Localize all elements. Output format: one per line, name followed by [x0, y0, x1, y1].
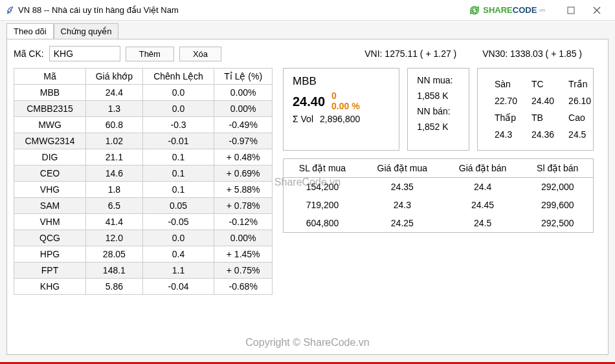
h-tran: Trần — [562, 76, 598, 92]
detail-box-price: MBB 24.40 0 0.00 % Σ Vol 2,896,800 — [283, 68, 399, 151]
nn-ban-value: 1,852 K — [417, 122, 460, 132]
watchlist-table: Mã Giá khớp Chênh Lệch Tỉ Lệ (%) MBB24.4… — [14, 68, 273, 295]
indices: VNI: 1275.11 ( + 1.27 ) VN30: 1338.03 ( … — [364, 48, 582, 59]
nn-ban-label: NN bán: — [417, 106, 460, 116]
cell-chenh: 0.0 — [142, 230, 214, 246]
cell-chenh: 0.0 — [142, 85, 214, 101]
cell-gb: 24.4 — [443, 178, 522, 197]
cell-tile: + 0.75% — [214, 262, 273, 279]
table-row[interactable]: MBB24.40.00.00% — [14, 85, 273, 101]
cell-ma: FPT — [14, 262, 86, 279]
col-slm: SL đặt mua — [284, 159, 361, 178]
table-row[interactable]: VHM41.4-0.05-0.12% — [14, 214, 273, 230]
cell-gia: 1.02 — [86, 133, 143, 149]
h-cao: Cao — [562, 110, 598, 125]
table-row[interactable]: VHG1.80.1+ 5.88% — [14, 182, 273, 198]
cell-tile: + 5.88% — [214, 182, 273, 198]
cell-gm: 24.25 — [361, 214, 443, 232]
table-row[interactable]: QCG12.00.00.00% — [14, 230, 273, 246]
window-title: VN 88 -- Nhà cái uy tín hàng đầu Việt Na… — [18, 5, 179, 15]
v-tc: 24.40 — [525, 93, 561, 109]
titlebar: VN 88 -- Nhà cái uy tín hàng đầu Việt Na… — [0, 0, 615, 21]
table-row: 604,80024.2524.5292,500 — [284, 214, 593, 232]
table-row[interactable]: SAM6.50.05+ 0.78% — [14, 198, 273, 214]
cell-slm: 154,200 — [284, 178, 361, 197]
col-ma: Mã — [14, 69, 86, 85]
col-tile: Tỉ Lệ (%) — [214, 69, 273, 85]
orderbook-table: SL đặt mua Giá đặt mua Giá đặt bán Sl đặ… — [283, 158, 594, 233]
table-row[interactable]: HPG28.050.4+ 1.45% — [14, 246, 273, 262]
add-button[interactable]: Thêm — [126, 47, 174, 61]
cell-ma: CEO — [14, 166, 86, 182]
vol-value: 2,896,800 — [320, 114, 360, 124]
table-row[interactable]: CMBB23151.30.00.00% — [14, 101, 273, 117]
tab-theodoi[interactable]: Theo dõi — [6, 23, 54, 39]
cell-tile: -0.68% — [214, 279, 273, 295]
cell-ma: CMWG2314 — [14, 133, 86, 149]
delete-button[interactable]: Xóa — [179, 47, 221, 61]
app-icon — [5, 6, 14, 15]
col-gia: Giá khớp — [86, 69, 143, 85]
v-tran: 26.10 — [562, 93, 598, 109]
cell-ma: CMBB2315 — [14, 101, 86, 117]
v-thap: 24.3 — [488, 127, 524, 142]
cell-ma: KHG — [14, 279, 86, 295]
detail-symbol: MBB — [293, 75, 390, 88]
cell-gia: 14.6 — [86, 166, 143, 182]
cell-gia: 41.4 — [86, 214, 143, 230]
tab-content: Mã CK: Thêm Xóa VNI: 1275.11 ( + 1.27 ) … — [6, 39, 609, 355]
tab-chungquyen[interactable]: Chứng quyền — [54, 23, 119, 39]
svg-rect-0 — [568, 7, 574, 14]
cell-ma: SAM — [14, 198, 86, 214]
maximize-button[interactable] — [558, 1, 584, 19]
cell-chenh: -0.04 — [142, 279, 214, 295]
table-row[interactable]: MWG60.8-0.3-0.49% — [14, 117, 273, 133]
cell-gia: 21.1 — [86, 149, 143, 166]
cell-slb: 292,000 — [522, 178, 593, 197]
cell-gia: 28.05 — [86, 246, 143, 262]
cell-chenh: 0.1 — [142, 182, 214, 198]
cell-gia: 1.3 — [86, 101, 143, 117]
table-row[interactable]: CEO14.60.1+ 0.69% — [14, 166, 273, 182]
brand-logo: SHARECODE.vn — [469, 5, 545, 16]
table-row[interactable]: FPT148.11.1+ 0.75% — [14, 262, 273, 279]
table-row[interactable]: DIG21.10.1+ 0.48% — [14, 149, 273, 166]
cell-tile: + 0.78% — [214, 198, 273, 214]
vn30-index: VN30: 1338.03 ( + 1.85 ) — [482, 48, 582, 59]
cell-slb: 292,500 — [522, 214, 593, 232]
symbol-input[interactable] — [49, 46, 120, 61]
table-row[interactable]: KHG5.86-0.04-0.68% — [14, 279, 273, 295]
col-slb: Sl đặt bán — [522, 159, 593, 178]
close-button[interactable] — [584, 1, 610, 19]
nn-mua-value: 1,858 K — [417, 91, 460, 101]
cell-ma: HPG — [14, 246, 86, 262]
cell-ma: VHG — [14, 182, 86, 198]
cell-ma: MBB — [14, 85, 86, 101]
cell-tile: -0.12% — [214, 214, 273, 230]
table-row[interactable]: CMWG23141.02-0.01-0.97% — [14, 133, 273, 149]
h-tc: TC — [525, 76, 561, 92]
cell-gb: 24.45 — [443, 196, 522, 214]
cell-chenh: 0.05 — [142, 198, 214, 214]
cell-chenh: 0.0 — [142, 101, 214, 117]
cell-gia: 24.4 — [86, 85, 143, 101]
col-chenh: Chênh Lệch — [142, 69, 214, 85]
table-header-row: Mã Giá khớp Chênh Lệch Tỉ Lệ (%) — [14, 69, 273, 85]
cell-gia: 148.1 — [86, 262, 143, 279]
cell-chenh: 0.1 — [142, 166, 214, 182]
cell-tile: 0.00% — [214, 85, 273, 101]
cell-tile: + 0.69% — [214, 166, 273, 182]
cell-slb: 299,600 — [522, 196, 593, 214]
label-mack: Mã CK: — [14, 48, 44, 59]
cell-gia: 5.86 — [86, 279, 143, 295]
tab-strip: Theo dõi Chứng quyền — [6, 23, 609, 39]
cell-chenh: 0.1 — [142, 149, 214, 166]
cell-ma: DIG — [14, 149, 86, 166]
cell-ma: VHM — [14, 214, 86, 230]
cell-tile: 0.00% — [214, 230, 273, 246]
cell-tile: -0.97% — [214, 133, 273, 149]
nn-mua-label: NN mua: — [417, 75, 460, 85]
h-thap: Thấp — [488, 110, 524, 125]
cell-tile: + 0.48% — [214, 149, 273, 166]
h-san: Sàn — [488, 76, 524, 92]
